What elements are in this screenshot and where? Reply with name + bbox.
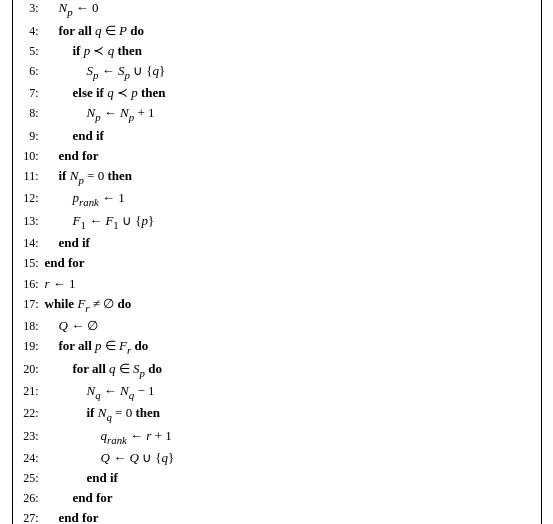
line-content: prank ← 1 <box>45 188 125 210</box>
line-number: 19: <box>21 337 45 356</box>
line-number: 8: <box>21 104 45 123</box>
line-content: end for <box>45 488 113 508</box>
line-number: 15: <box>21 254 45 273</box>
algorithm-line: 7:else if q ≺ p then <box>21 83 533 103</box>
line-number: 9: <box>21 127 45 146</box>
line-number: 6: <box>21 62 45 81</box>
line-number: 5: <box>21 42 45 61</box>
algorithm-line: 21:Nq ← Nq − 1 <box>21 381 533 403</box>
line-number: 27: <box>21 509 45 524</box>
line-number: 21: <box>21 382 45 401</box>
algorithm-line: 12:prank ← 1 <box>21 188 533 210</box>
algorithm-line: 16:r ← 1 <box>21 274 533 294</box>
line-number: 11: <box>21 167 45 186</box>
line-content: end for <box>45 146 99 166</box>
algorithm-line: 26:end for <box>21 488 533 508</box>
line-number: 20: <box>21 360 45 379</box>
algorithm-line: 20:for all q ∈ Sp do <box>21 359 533 381</box>
line-number: 16: <box>21 275 45 294</box>
algorithm-line: 5:if p ≺ q then <box>21 41 533 61</box>
algorithm-line: 8:Np ← Np + 1 <box>21 103 533 125</box>
line-number: 17: <box>21 295 45 314</box>
line-number: 14: <box>21 234 45 253</box>
line-number: 3: <box>21 0 45 18</box>
line-number: 13: <box>21 212 45 231</box>
line-content: Sp ← Sp ∪ {q} <box>45 61 166 83</box>
line-content: if Np = 0 then <box>45 166 132 188</box>
line-content: Nq ← Nq − 1 <box>45 381 155 403</box>
line-number: 4: <box>21 22 45 41</box>
line-content: r ← 1 <box>45 274 76 294</box>
line-number: 12: <box>21 189 45 208</box>
line-content: end if <box>45 233 90 253</box>
line-content: Np ← Np + 1 <box>45 103 155 125</box>
line-number: 22: <box>21 404 45 423</box>
line-number: 10: <box>21 147 45 166</box>
algorithm-line: 6:Sp ← Sp ∪ {q} <box>21 61 533 83</box>
line-content: while Fr ≠ ∅ do <box>45 294 132 316</box>
line-content: else if q ≺ p then <box>45 83 166 103</box>
algorithm-line: 13:F1 ← F1 ∪ {p} <box>21 211 533 233</box>
line-number: 7: <box>21 84 45 103</box>
line-content: qrank ← r + 1 <box>45 426 172 448</box>
line-content: end for <box>45 253 85 273</box>
algorithm-container: Algorithm 2.4 FastNonDominatedSort(P) (c… <box>12 0 542 524</box>
algorithm-line: 14:end if <box>21 233 533 253</box>
line-content: for all q ∈ P do <box>45 21 145 41</box>
line-content: Q ← ∅ <box>45 316 99 336</box>
algorithm-line: 27:end for <box>21 508 533 524</box>
algorithm-line: 9:end if <box>21 126 533 146</box>
line-number: 23: <box>21 427 45 446</box>
algorithm-line: 17:while Fr ≠ ∅ do <box>21 294 533 316</box>
line-content: for all p ∈ Fr do <box>45 336 149 358</box>
line-content: if p ≺ q then <box>45 41 143 61</box>
algorithm-line: 15:end for <box>21 253 533 273</box>
algorithm-line: 4:for all q ∈ P do <box>21 21 533 41</box>
algorithm-line: 23:qrank ← r + 1 <box>21 426 533 448</box>
line-content: for all q ∈ Sp do <box>45 359 163 381</box>
algorithm-line: 22:if Nq = 0 then <box>21 403 533 425</box>
algorithm-line: 25:end if <box>21 468 533 488</box>
line-content: end if <box>45 468 118 488</box>
algorithm-lines: 1:for all p ∈ P do2:Sp ← ∅3:Np ← 04:for … <box>21 0 533 524</box>
line-content: Q ← Q ∪ {q} <box>45 448 175 468</box>
line-content: F1 ← F1 ∪ {p} <box>45 211 155 233</box>
line-number: 25: <box>21 469 45 488</box>
line-number: 24: <box>21 449 45 468</box>
line-number: 18: <box>21 317 45 336</box>
algorithm-line: 11:if Np = 0 then <box>21 166 533 188</box>
line-content: end if <box>45 126 104 146</box>
line-content: end for <box>45 508 99 524</box>
algorithm-line: 18:Q ← ∅ <box>21 316 533 336</box>
algorithm-line: 24:Q ← Q ∪ {q} <box>21 448 533 468</box>
algorithm-line: 3:Np ← 0 <box>21 0 533 21</box>
algorithm-line: 19:for all p ∈ Fr do <box>21 336 533 358</box>
line-content: Np ← 0 <box>45 0 99 21</box>
line-number: 26: <box>21 489 45 508</box>
line-content: if Nq = 0 then <box>45 403 160 425</box>
algorithm-line: 10:end for <box>21 146 533 166</box>
